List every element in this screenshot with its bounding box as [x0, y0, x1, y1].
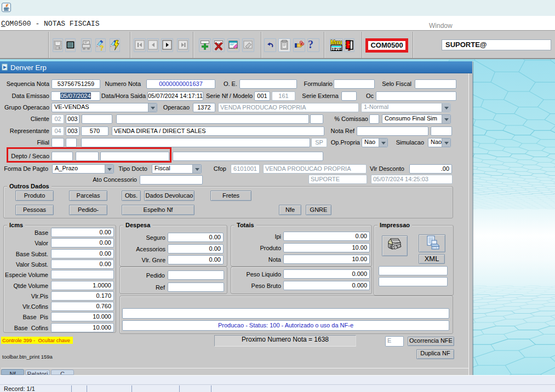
svg-text:Menu: Menu — [331, 39, 342, 45]
svg-text:?: ? — [100, 44, 104, 51]
